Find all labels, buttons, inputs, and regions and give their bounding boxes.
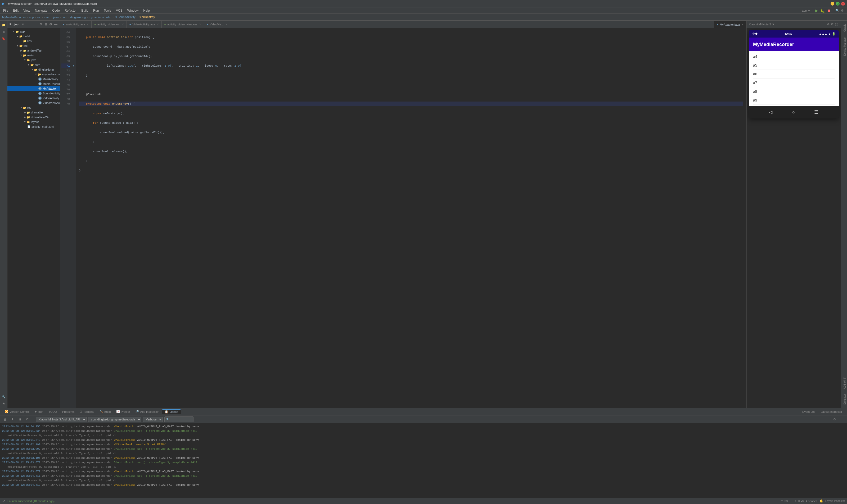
run-config-selector[interactable]: app ▼	[800, 9, 813, 12]
vtab-emulator[interactable]: Emulator	[843, 392, 847, 407]
tab-build[interactable]: 🔨 Build	[97, 409, 113, 414]
breadcrumb-main[interactable]: main	[44, 16, 50, 19]
tab-todo[interactable]: TODO	[46, 410, 59, 414]
breadcrumb-com[interactable]: com	[62, 16, 67, 19]
breadcrumb-soundactivity[interactable]: ⊙ SoundActivity	[115, 15, 136, 19]
tab-activity-video[interactable]: ■ activity_video.xml ✕	[91, 21, 127, 28]
tree-arrow[interactable]: ▶	[16, 35, 19, 38]
menu-vcs[interactable]: VCS	[114, 8, 125, 13]
maximize-button[interactable]: □	[836, 2, 840, 5]
settings-icon[interactable]: ⚙	[841, 9, 844, 13]
home-button[interactable]: ○	[792, 109, 795, 115]
tab-logcat[interactable]: 📋 Logcat	[162, 409, 181, 414]
menu-view[interactable]: View	[21, 8, 32, 13]
tree-item-dingjiaxiong[interactable]: ▼ 📂 dingjiaxiong	[7, 67, 60, 72]
stop-button[interactable]: ⏹	[827, 8, 831, 13]
tree-item-app[interactable]: ▼ 📁 app	[7, 29, 60, 34]
tree-arrow[interactable]: ▼	[20, 54, 23, 57]
breadcrumb-src[interactable]: src	[37, 16, 41, 19]
tree-arrow[interactable]: ▶	[23, 115, 27, 119]
tab-myadapter[interactable]: ■ MyAdapter.java ✕	[714, 21, 746, 28]
tree-arrow[interactable]: ▼	[31, 68, 34, 71]
minimize-button[interactable]: —	[831, 2, 834, 5]
tree-arrow[interactable]: ▶	[20, 49, 23, 52]
tab-close-icon[interactable]: ✕	[157, 23, 159, 26]
breadcrumb-java[interactable]: java	[53, 16, 58, 19]
menu-window[interactable]: Window	[125, 8, 141, 13]
package-select[interactable]: com.dingjiaxiong.mymediarecorde	[88, 417, 141, 422]
tab-app-inspection[interactable]: 🔎 App Inspection	[133, 409, 162, 414]
tree-item-libs[interactable]: 📁 libs	[7, 39, 60, 43]
scroll-end-button[interactable]: ⬇	[10, 416, 15, 422]
tree-item-res[interactable]: ▼ 📂 res	[7, 105, 60, 110]
tree-arrow[interactable]: ▼	[27, 63, 30, 66]
tree-item-drawable[interactable]: ▶ 📁 drawable	[7, 110, 60, 115]
tab-problems[interactable]: Problems	[59, 410, 77, 414]
logcat-search-input[interactable]	[171, 417, 192, 421]
tree-item-layout[interactable]: ▼ 📂 layout	[7, 120, 60, 124]
tree-arrow[interactable]: ▼	[20, 106, 23, 109]
sidebar-bookmarks-icon[interactable]: 🔖	[1, 35, 7, 42]
clear-logcat-button[interactable]: 🗑	[2, 416, 8, 422]
status-position[interactable]: 71:33	[780, 500, 788, 503]
recents-button[interactable]: ☰	[814, 109, 818, 115]
settings-icon[interactable]: ⚙	[49, 22, 53, 27]
hide-icon[interactable]: —	[54, 22, 58, 27]
tree-item-java[interactable]: ▼ 📂 java	[7, 58, 60, 62]
device-select[interactable]: Xiaomi Mi Note 3 ▼	[749, 23, 775, 26]
tree-item-myadapter[interactable]: C MyAdapter	[7, 86, 60, 91]
tab-close-icon[interactable]: ✕	[225, 23, 227, 26]
event-log-icon[interactable]: 🔔	[819, 499, 823, 503]
menu-navigate[interactable]: Navigate	[33, 8, 50, 13]
tab-event-log[interactable]: Event Log	[800, 410, 818, 414]
tab-version-control[interactable]: 🔀 Version Control	[2, 409, 32, 414]
tab-run[interactable]: ▶ Run	[32, 409, 46, 414]
tree-item-videoviewactivity[interactable]: C VideoViewActivity	[7, 101, 60, 105]
tree-item-mediarecordactivity[interactable]: C MediaRecordActivity	[7, 82, 60, 86]
project-dropdown[interactable]: ▼	[21, 23, 24, 26]
tree-item-src[interactable]: ▼ 📂 src	[7, 43, 60, 48]
tab-terminal[interactable]: ⊡ Terminal	[77, 409, 97, 414]
logcat-content[interactable]: 2022-08-08 12:34:54.355 2547-2547/com.di…	[0, 424, 847, 498]
tab-mainactivity[interactable]: ■ ainActivity.java ✕	[60, 21, 91, 28]
sidebar-favorites-icon[interactable]: ★	[1, 400, 7, 407]
breadcrumb-mymediarecorder[interactable]: mymediarecorder	[89, 16, 112, 19]
vtab-gradle[interactable]: Gradle	[843, 22, 847, 34]
sidebar-structure-icon[interactable]: ⊞	[1, 29, 7, 35]
vtab-adb-wifi[interactable]: ADB Wi-Fi	[843, 375, 847, 391]
tree-arrow[interactable]: ▼	[12, 30, 15, 33]
code-content[interactable]: public void onItemClick(int position) { …	[76, 28, 746, 408]
tree-item-soundactivity[interactable]: C SoundActivity	[7, 91, 60, 96]
tree-item-mainactivity[interactable]: C MainActivity	[7, 77, 60, 82]
device-zoom-icon[interactable]: ⊕	[827, 22, 830, 26]
tree-arrow[interactable]: ▼	[34, 73, 38, 76]
tree-item-androidtest[interactable]: ▶ 📁 androidTest	[7, 48, 60, 53]
sync-icon[interactable]: ⟳	[39, 22, 43, 27]
device-rotate-icon[interactable]: ⟳	[831, 22, 833, 26]
pause-button[interactable]: ⏸	[17, 416, 23, 422]
logcat-settings-icon[interactable]: ⚙	[832, 416, 837, 422]
tab-close-icon[interactable]: ✕	[741, 23, 744, 26]
menu-file[interactable]: File	[1, 8, 10, 13]
tree-arrow[interactable]: ▼	[23, 58, 27, 61]
tab-close-icon[interactable]: ✕	[199, 23, 201, 26]
breadcrumb-dingjiaxiong[interactable]: dingjiaxiong	[70, 16, 86, 19]
logcat-minimize-icon[interactable]: —	[839, 416, 845, 422]
breadcrumb-project[interactable]: MyMediaRecorder	[2, 16, 26, 19]
breadcrumb-method[interactable]: ⊙ onDestroy	[138, 15, 155, 19]
run-button[interactable]: ▶	[815, 8, 818, 13]
tree-item-drawable-v24[interactable]: ▶ 📁 drawable-v24	[7, 115, 60, 120]
menu-help[interactable]: Help	[141, 8, 152, 13]
tree-arrow[interactable]: ▼	[16, 44, 19, 47]
device-select[interactable]: Xiaomi Mi Note 3 Android 9, API	[36, 417, 87, 422]
tab-layout-inspector[interactable]: Layout Inspector	[818, 410, 845, 414]
layout-inspector-btn[interactable]: Layout Inspector	[825, 500, 845, 502]
menu-edit[interactable]: Edit	[11, 8, 21, 13]
sidebar-project-icon[interactable]: 📁	[1, 22, 7, 28]
tab-close-icon[interactable]: ✕	[87, 23, 89, 26]
tab-activity-video-view[interactable]: ■ activity_video_view.xml ✕	[162, 21, 204, 28]
restart-button[interactable]: ⟳	[24, 416, 30, 422]
close-button[interactable]: ✕	[841, 2, 845, 5]
title-bar-controls[interactable]: — □ ✕	[831, 2, 845, 5]
tab-profiler[interactable]: 📈 Profiler	[114, 409, 133, 414]
